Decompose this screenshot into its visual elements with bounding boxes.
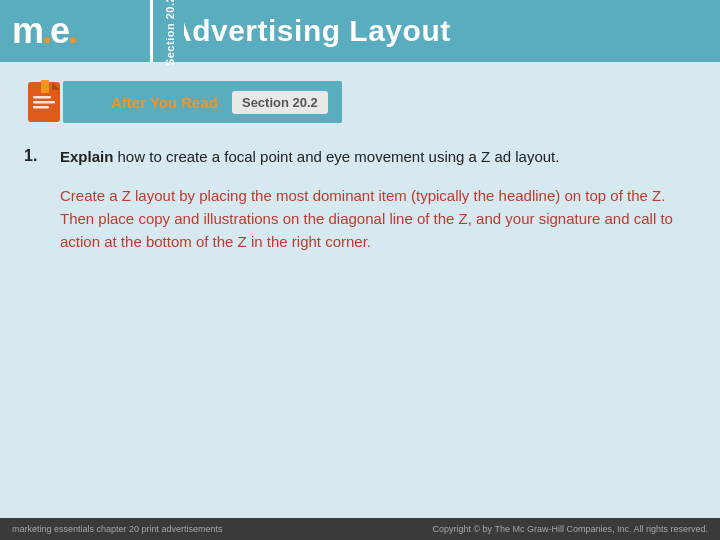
footer-left: marketing essentials chapter 20 print ad…	[12, 524, 223, 534]
after-you-read-badge: After You Read Section 20.2	[63, 81, 342, 123]
main-content: After You Read Section 20.2 1. Explain h…	[0, 62, 720, 522]
svg-rect-4	[33, 106, 49, 109]
header-title: Advertising Layout	[150, 14, 451, 48]
header-divider	[150, 0, 153, 62]
after-you-read-text: After You Read	[111, 94, 224, 111]
footer: marketing essentials chapter 20 print ad…	[0, 518, 720, 540]
question-bold-word: Explain	[60, 148, 113, 165]
svg-rect-2	[33, 96, 51, 99]
logo: m.e.	[12, 13, 76, 49]
svg-rect-3	[33, 101, 55, 104]
after-you-read-row: After You Read Section 20.2	[24, 80, 696, 124]
question-rest: how to create a focal point and eye move…	[113, 148, 559, 165]
footer-right: Copyright © by The Mc Graw-Hill Companie…	[432, 524, 708, 534]
answer-block-1: Create a Z layout by placing the most do…	[60, 184, 696, 254]
header-bar: m.e. Section 20.2 Advertising Layout	[0, 0, 720, 62]
question-number-1: 1.	[24, 146, 60, 165]
question-text-1: Explain how to create a focal point and …	[60, 146, 559, 168]
question-block-1: 1. Explain how to create a focal point a…	[24, 146, 696, 168]
answer-text-1: Create a Z layout by placing the most do…	[60, 184, 696, 254]
logo-area: m.e.	[0, 0, 150, 62]
section-rotated-label: Section 20.2	[156, 0, 184, 62]
document-icon	[24, 80, 68, 124]
section-badge: Section 20.2	[232, 91, 328, 114]
